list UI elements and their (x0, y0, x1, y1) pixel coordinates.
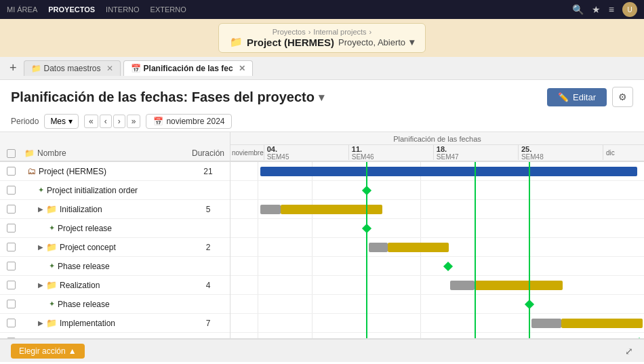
task-icon: ✦ (49, 262, 55, 270)
project-main-icon: 🗂 (27, 166, 36, 176)
chevron-down-icon[interactable]: ▾ (409, 37, 414, 47)
select-all-checkbox[interactable] (7, 149, 16, 158)
star-icon[interactable]: ★ (592, 4, 601, 15)
gantt-row-3 (230, 219, 644, 238)
gantt-bar-concept-gray (369, 243, 388, 252)
tab-bar: + 📁 Datos maestros ✕ 📅 Planificación de … (0, 57, 644, 80)
project-name[interactable]: Project (HERMES) (247, 37, 334, 48)
row-check-8[interactable] (0, 319, 22, 327)
table-row: ▶ 📁 Initialization 5 (0, 200, 230, 219)
gantt-weeks: noviembre 04. SEM45 11. SEM46 18. SEM47 … (230, 145, 644, 160)
expand-icon[interactable]: ⤢ (625, 346, 633, 357)
gantt-bar-hermes (260, 167, 637, 176)
filter-button[interactable]: ⚙ (612, 87, 633, 107)
row-name-6[interactable]: ▶ 📁 Realization (22, 280, 186, 290)
period-select[interactable]: Mes ▾ (44, 114, 79, 129)
row-duration-8: 7 (186, 319, 230, 328)
chevron-up-icon: ▲ (68, 346, 77, 356)
date-selector[interactable]: 📅 noviembre 2024 (146, 114, 232, 129)
row-name-4[interactable]: ▶ 📁 Project concept (22, 242, 186, 252)
gantt-header: Planificación de las fechas noviembre 04… (230, 132, 644, 162)
nav-item-interno[interactable]: INTERNO (106, 5, 140, 14)
action-label: Elegir acción (19, 346, 66, 356)
grid-header: 📁 Nombre Duración (0, 132, 230, 162)
breadcrumb-internal[interactable]: Internal projects (313, 28, 366, 36)
nav-last-button[interactable]: » (127, 115, 141, 128)
gantt-title: Planificación de las fechas (230, 132, 644, 145)
edit-button[interactable]: ✏️ Editar (547, 88, 607, 106)
expand-arrow-icon[interactable]: ▶ (38, 319, 43, 327)
nav-next-button[interactable]: › (113, 115, 125, 128)
row-check-7[interactable] (0, 300, 22, 308)
tab-planificacion[interactable]: 📅 Planificación de las fec ✕ (123, 60, 253, 76)
tab-folder-icon: 📁 (31, 64, 41, 73)
gantt-bar-real-yellow (475, 281, 563, 290)
tab-planificacion-close[interactable]: ✕ (239, 64, 245, 73)
gantt-week-46: 11. SEM46 (349, 145, 434, 160)
left-panel: 📁 Nombre Duración 🗂 Project (HERMES) 21 … (0, 132, 230, 338)
expand-arrow-icon[interactable]: ▶ (38, 281, 43, 289)
nav-item-proyectos[interactable]: PROYECTOS (48, 5, 95, 14)
row-check-1[interactable] (0, 186, 22, 195)
task-icon: ✦ (49, 224, 55, 232)
gantt-bar-impl-yellow (561, 319, 643, 328)
row-name-0[interactable]: 🗂 Project (HERMES) (22, 166, 186, 176)
row-check-0[interactable] (0, 167, 22, 176)
row-name-1[interactable]: ✦ Project initialization order (22, 186, 186, 195)
row-name-8[interactable]: ▶ 📁 Implementation (22, 318, 186, 328)
breadcrumb-proyectos[interactable]: Proyectos (273, 28, 306, 36)
top-nav-right: 🔍 ★ ≡ U (572, 2, 637, 17)
folder-icon: 📁 (46, 280, 57, 290)
row-check-4[interactable] (0, 243, 22, 251)
gantt-row-8 (230, 314, 644, 333)
nav-prev-button[interactable]: ‹ (100, 115, 112, 128)
row-name-5[interactable]: ✦ Phase release (22, 262, 186, 271)
row-name-3[interactable]: ✦ Project release (22, 224, 186, 233)
today-line-2 (475, 162, 476, 338)
expand-arrow-icon[interactable]: ▶ (38, 243, 43, 251)
nav-item-externo[interactable]: EXTERNO (150, 5, 186, 14)
action-button[interactable]: Elegir acción ▲ (11, 344, 85, 359)
row-duration-2: 5 (186, 205, 230, 214)
tab-datos-close[interactable]: ✕ (106, 64, 113, 73)
gantt-panel: Planificación de las fechas noviembre 04… (230, 132, 644, 338)
search-icon[interactable]: 🔍 (572, 4, 584, 15)
table-row: ▶ 📁 Implementation 7 (0, 314, 230, 333)
gantt-row-1 (230, 181, 644, 200)
period-value: Mes (50, 117, 66, 126)
breadcrumb-path: Proyectos › Internal projects › (273, 28, 372, 36)
diamond-project-completion (635, 338, 644, 338)
expand-arrow-icon[interactable]: ▶ (38, 205, 43, 213)
add-tab-button[interactable]: + (5, 61, 21, 75)
gantt-row-7 (230, 295, 644, 314)
tab-datos-maestros[interactable]: 📁 Datos maestros ✕ (24, 60, 121, 76)
row-duration-4: 2 (186, 243, 230, 252)
table-row: ▶ 📁 Realization 4 (0, 276, 230, 295)
page-title: Planificación de las fechas: Fases del p… (11, 89, 324, 105)
row-name-7[interactable]: ✦ Phase release (22, 300, 186, 309)
row-check-2[interactable] (0, 205, 22, 214)
avatar[interactable]: U (622, 2, 637, 17)
table-row: ✦ Project release (0, 219, 230, 238)
row-check-5[interactable] (0, 262, 22, 270)
nav-first-button[interactable]: « (84, 115, 98, 128)
task-icon: ✦ (49, 338, 55, 338)
title-chevron-icon[interactable]: ▾ (319, 91, 324, 104)
table-row: ✦ Phase release (0, 257, 230, 276)
row-check-6[interactable] (0, 281, 22, 289)
row-check-9[interactable] (0, 338, 22, 338)
gantt-row-5 (230, 257, 644, 276)
nav-item-mi-area[interactable]: MI ÁREA (7, 5, 37, 14)
main-content: 📁 Nombre Duración 🗂 Project (HERMES) 21 … (0, 132, 644, 339)
header-check[interactable] (0, 149, 22, 158)
tab-calendar-icon: 📅 (131, 64, 141, 73)
menu-icon[interactable]: ≡ (609, 4, 614, 15)
table-row: 🗂 Project (HERMES) 21 (0, 162, 230, 181)
tab-planificacion-label: Planificación de las fec (144, 64, 233, 73)
gantt-bar-impl-gray (531, 319, 561, 328)
row-name-2[interactable]: ▶ 📁 Initialization (22, 204, 186, 214)
breadcrumb-title: 📁 Project (HERMES) Proyecto, Abierto ▾ (230, 36, 414, 48)
breadcrumb-box: Proyectos › Internal projects › 📁 Projec… (218, 23, 426, 53)
row-name-9[interactable]: ✦ Project completion (22, 338, 186, 339)
row-check-3[interactable] (0, 224, 22, 232)
